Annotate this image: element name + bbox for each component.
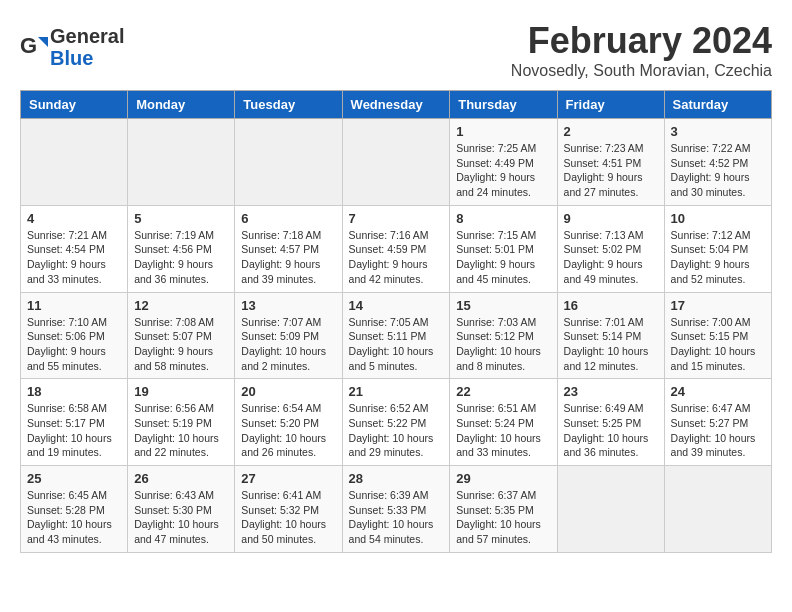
calendar-cell: 27Sunrise: 6:41 AM Sunset: 5:32 PM Dayli…: [235, 466, 342, 553]
day-number: 1: [456, 124, 550, 139]
day-info: Sunrise: 7:03 AM Sunset: 5:12 PM Dayligh…: [456, 315, 550, 374]
day-info: Sunrise: 7:16 AM Sunset: 4:59 PM Dayligh…: [349, 228, 444, 287]
calendar-cell: 16Sunrise: 7:01 AM Sunset: 5:14 PM Dayli…: [557, 292, 664, 379]
day-number: 19: [134, 384, 228, 399]
calendar-cell: [21, 119, 128, 206]
calendar-cell: 15Sunrise: 7:03 AM Sunset: 5:12 PM Dayli…: [450, 292, 557, 379]
calendar-cell: [128, 119, 235, 206]
day-info: Sunrise: 7:13 AM Sunset: 5:02 PM Dayligh…: [564, 228, 658, 287]
location: Novosedly, South Moravian, Czechia: [511, 62, 772, 80]
day-number: 16: [564, 298, 658, 313]
day-number: 13: [241, 298, 335, 313]
calendar-cell: 28Sunrise: 6:39 AM Sunset: 5:33 PM Dayli…: [342, 466, 450, 553]
logo-general: General: [50, 25, 124, 47]
day-number: 18: [27, 384, 121, 399]
calendar-cell: 18Sunrise: 6:58 AM Sunset: 5:17 PM Dayli…: [21, 379, 128, 466]
calendar-cell: 6Sunrise: 7:18 AM Sunset: 4:57 PM Daylig…: [235, 205, 342, 292]
day-number: 23: [564, 384, 658, 399]
day-info: Sunrise: 7:05 AM Sunset: 5:11 PM Dayligh…: [349, 315, 444, 374]
weekday-header: Wednesday: [342, 91, 450, 119]
day-number: 27: [241, 471, 335, 486]
calendar-cell: 21Sunrise: 6:52 AM Sunset: 5:22 PM Dayli…: [342, 379, 450, 466]
day-number: 2: [564, 124, 658, 139]
day-info: Sunrise: 6:39 AM Sunset: 5:33 PM Dayligh…: [349, 488, 444, 547]
day-info: Sunrise: 7:01 AM Sunset: 5:14 PM Dayligh…: [564, 315, 658, 374]
calendar-cell: [557, 466, 664, 553]
weekday-header: Monday: [128, 91, 235, 119]
day-info: Sunrise: 7:12 AM Sunset: 5:04 PM Dayligh…: [671, 228, 765, 287]
calendar-header: SundayMondayTuesdayWednesdayThursdayFrid…: [21, 91, 772, 119]
calendar-cell: [664, 466, 771, 553]
calendar-week-row: 25Sunrise: 6:45 AM Sunset: 5:28 PM Dayli…: [21, 466, 772, 553]
calendar-cell: 23Sunrise: 6:49 AM Sunset: 5:25 PM Dayli…: [557, 379, 664, 466]
day-info: Sunrise: 7:23 AM Sunset: 4:51 PM Dayligh…: [564, 141, 658, 200]
logo: G General Blue: [20, 25, 124, 69]
calendar-cell: 25Sunrise: 6:45 AM Sunset: 5:28 PM Dayli…: [21, 466, 128, 553]
calendar-cell: [235, 119, 342, 206]
calendar-cell: 20Sunrise: 6:54 AM Sunset: 5:20 PM Dayli…: [235, 379, 342, 466]
calendar-cell: 22Sunrise: 6:51 AM Sunset: 5:24 PM Dayli…: [450, 379, 557, 466]
day-info: Sunrise: 7:25 AM Sunset: 4:49 PM Dayligh…: [456, 141, 550, 200]
calendar-cell: 5Sunrise: 7:19 AM Sunset: 4:56 PM Daylig…: [128, 205, 235, 292]
calendar-cell: 7Sunrise: 7:16 AM Sunset: 4:59 PM Daylig…: [342, 205, 450, 292]
calendar-cell: 29Sunrise: 6:37 AM Sunset: 5:35 PM Dayli…: [450, 466, 557, 553]
day-info: Sunrise: 7:21 AM Sunset: 4:54 PM Dayligh…: [27, 228, 121, 287]
weekday-header: Friday: [557, 91, 664, 119]
calendar-cell: 9Sunrise: 7:13 AM Sunset: 5:02 PM Daylig…: [557, 205, 664, 292]
calendar-cell: 24Sunrise: 6:47 AM Sunset: 5:27 PM Dayli…: [664, 379, 771, 466]
day-info: Sunrise: 6:51 AM Sunset: 5:24 PM Dayligh…: [456, 401, 550, 460]
day-info: Sunrise: 6:41 AM Sunset: 5:32 PM Dayligh…: [241, 488, 335, 547]
logo-blue: Blue: [50, 47, 124, 69]
day-number: 15: [456, 298, 550, 313]
calendar-week-row: 18Sunrise: 6:58 AM Sunset: 5:17 PM Dayli…: [21, 379, 772, 466]
day-number: 10: [671, 211, 765, 226]
weekday-header: Sunday: [21, 91, 128, 119]
day-info: Sunrise: 7:19 AM Sunset: 4:56 PM Dayligh…: [134, 228, 228, 287]
day-info: Sunrise: 7:07 AM Sunset: 5:09 PM Dayligh…: [241, 315, 335, 374]
day-number: 24: [671, 384, 765, 399]
day-number: 9: [564, 211, 658, 226]
calendar-cell: 8Sunrise: 7:15 AM Sunset: 5:01 PM Daylig…: [450, 205, 557, 292]
logo-icon: G: [20, 33, 48, 61]
calendar-cell: 1Sunrise: 7:25 AM Sunset: 4:49 PM Daylig…: [450, 119, 557, 206]
calendar-cell: 26Sunrise: 6:43 AM Sunset: 5:30 PM Dayli…: [128, 466, 235, 553]
day-number: 26: [134, 471, 228, 486]
day-info: Sunrise: 6:45 AM Sunset: 5:28 PM Dayligh…: [27, 488, 121, 547]
svg-text:G: G: [20, 33, 37, 58]
weekday-header: Tuesday: [235, 91, 342, 119]
calendar-cell: 4Sunrise: 7:21 AM Sunset: 4:54 PM Daylig…: [21, 205, 128, 292]
day-info: Sunrise: 7:10 AM Sunset: 5:06 PM Dayligh…: [27, 315, 121, 374]
day-number: 25: [27, 471, 121, 486]
day-number: 17: [671, 298, 765, 313]
svg-marker-1: [38, 37, 48, 47]
calendar-cell: 2Sunrise: 7:23 AM Sunset: 4:51 PM Daylig…: [557, 119, 664, 206]
day-info: Sunrise: 6:56 AM Sunset: 5:19 PM Dayligh…: [134, 401, 228, 460]
day-info: Sunrise: 6:43 AM Sunset: 5:30 PM Dayligh…: [134, 488, 228, 547]
calendar-week-row: 11Sunrise: 7:10 AM Sunset: 5:06 PM Dayli…: [21, 292, 772, 379]
title-block: February 2024 Novosedly, South Moravian,…: [511, 20, 772, 80]
calendar-cell: 19Sunrise: 6:56 AM Sunset: 5:19 PM Dayli…: [128, 379, 235, 466]
day-info: Sunrise: 6:58 AM Sunset: 5:17 PM Dayligh…: [27, 401, 121, 460]
day-info: Sunrise: 7:18 AM Sunset: 4:57 PM Dayligh…: [241, 228, 335, 287]
calendar-cell: 10Sunrise: 7:12 AM Sunset: 5:04 PM Dayli…: [664, 205, 771, 292]
calendar-table: SundayMondayTuesdayWednesdayThursdayFrid…: [20, 90, 772, 553]
calendar-cell: 12Sunrise: 7:08 AM Sunset: 5:07 PM Dayli…: [128, 292, 235, 379]
month-title: February 2024: [511, 20, 772, 62]
calendar-cell: 14Sunrise: 7:05 AM Sunset: 5:11 PM Dayli…: [342, 292, 450, 379]
calendar-cell: [342, 119, 450, 206]
day-info: Sunrise: 6:47 AM Sunset: 5:27 PM Dayligh…: [671, 401, 765, 460]
day-number: 22: [456, 384, 550, 399]
day-number: 21: [349, 384, 444, 399]
day-number: 11: [27, 298, 121, 313]
day-number: 29: [456, 471, 550, 486]
day-info: Sunrise: 6:37 AM Sunset: 5:35 PM Dayligh…: [456, 488, 550, 547]
day-number: 7: [349, 211, 444, 226]
day-info: Sunrise: 7:08 AM Sunset: 5:07 PM Dayligh…: [134, 315, 228, 374]
day-number: 6: [241, 211, 335, 226]
calendar-cell: 3Sunrise: 7:22 AM Sunset: 4:52 PM Daylig…: [664, 119, 771, 206]
calendar-week-row: 4Sunrise: 7:21 AM Sunset: 4:54 PM Daylig…: [21, 205, 772, 292]
page-header: G General Blue February 2024 Novosedly, …: [20, 20, 772, 80]
weekday-header: Saturday: [664, 91, 771, 119]
day-number: 28: [349, 471, 444, 486]
day-info: Sunrise: 6:52 AM Sunset: 5:22 PM Dayligh…: [349, 401, 444, 460]
